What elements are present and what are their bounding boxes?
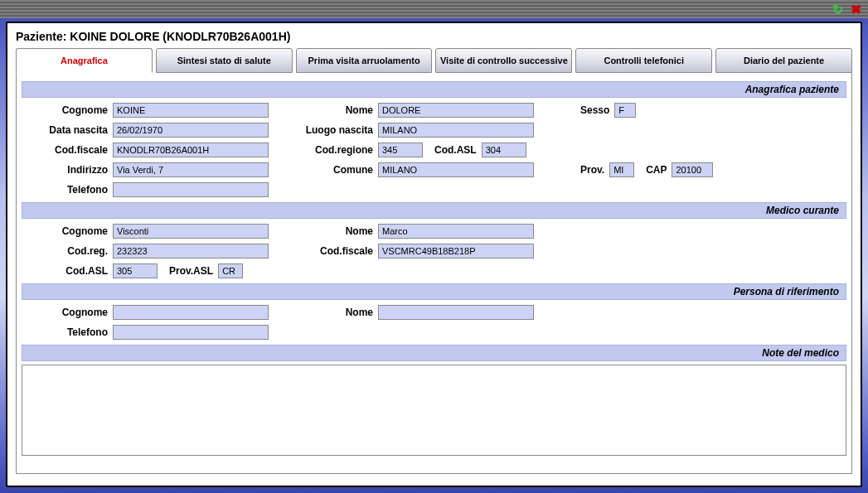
label-luogo-nascita: Luogo nascita	[279, 124, 378, 136]
label-medico-cognome: Cognome	[22, 225, 113, 237]
label-medico-provasl: Prov.ASL	[158, 265, 218, 277]
rif-cognome-input[interactable]	[113, 305, 269, 320]
label-data-nascita: Data nascita	[22, 124, 113, 136]
label-medico-nome: Nome	[279, 225, 378, 237]
label-rif-telefono: Telefono	[22, 326, 113, 338]
tab-panel: Anagrafica paziente Cognome Nome Sesso D…	[16, 73, 852, 474]
note-textarea[interactable]	[22, 365, 846, 456]
patient-header: Paziente: KOINE DOLORE (KNODLR70B26A001H…	[16, 30, 852, 43]
tab-strip: Anagrafica Sintesi stato di salute Prima…	[16, 48, 852, 73]
label-medico-codasl: Cod.ASL	[22, 265, 113, 277]
tab-diario[interactable]: Diario del paziente	[715, 48, 852, 73]
label-medico-codreg: Cod.reg.	[22, 245, 113, 257]
rif-nome-input[interactable]	[378, 305, 534, 320]
section-medico-curante: Medico curante	[22, 202, 846, 219]
label-telefono: Telefono	[22, 184, 113, 196]
label-cod-fiscale: Cod.fiscale	[22, 144, 113, 156]
medico-codasl-input[interactable]	[113, 263, 158, 278]
section-note-medico: Note del medico	[22, 345, 846, 361]
medico-cognome-input[interactable]	[113, 224, 269, 239]
paziente-codasl-input[interactable]	[482, 143, 526, 157]
section-anagrafica-paziente: Anagrafica paziente	[22, 81, 846, 98]
label-cognome: Cognome	[22, 104, 113, 116]
medico-codreg-input[interactable]	[113, 244, 269, 259]
label-indirizzo: Indirizzo	[22, 164, 113, 176]
titlebar: ↻ ✖	[0, 0, 868, 18]
medico-nome-input[interactable]	[378, 224, 534, 239]
tab-prima-visita[interactable]: Prima visita arruolamento	[296, 48, 433, 73]
close-icon[interactable]: ✖	[848, 2, 863, 17]
label-prov: Prov.	[569, 164, 609, 176]
medico-provasl-input[interactable]	[218, 263, 243, 278]
paziente-cap-input[interactable]	[672, 162, 713, 177]
section-persona-riferimento: Persona di riferimento	[22, 283, 846, 300]
paziente-codregione-input[interactable]	[378, 143, 423, 157]
medico-codfiscale-input[interactable]	[378, 244, 534, 259]
tab-visite-controllo[interactable]: Visite di controllo successive	[435, 48, 572, 73]
paziente-data-nascita-input[interactable]	[113, 123, 269, 138]
label-sesso: Sesso	[569, 104, 614, 116]
paziente-luogo-nascita-input[interactable]	[378, 123, 534, 138]
label-rif-nome: Nome	[279, 307, 378, 318]
label-comune: Comune	[279, 164, 378, 176]
paziente-codfiscale-input[interactable]	[113, 143, 269, 157]
refresh-icon[interactable]: ↻	[830, 2, 845, 17]
label-medico-codfiscale: Cod.fiscale	[279, 245, 378, 257]
tab-sintesi[interactable]: Sintesi stato di salute	[156, 48, 293, 73]
label-cod-regione: Cod.regione	[279, 144, 378, 156]
paziente-telefono-input[interactable]	[113, 182, 269, 197]
main-window: Paziente: KOINE DOLORE (KNODLR70B26A001H…	[6, 22, 862, 487]
tab-controlli-telefonici[interactable]: Controlli telefonici	[575, 48, 712, 73]
paziente-sesso-input[interactable]	[614, 103, 636, 118]
paziente-nome-input[interactable]	[378, 103, 534, 118]
paziente-prov-input[interactable]	[609, 162, 634, 177]
label-cod-asl: Cod.ASL	[423, 144, 482, 156]
paziente-indirizzo-input[interactable]	[113, 162, 269, 177]
rif-telefono-input[interactable]	[113, 325, 269, 340]
tab-anagrafica[interactable]: Anagrafica	[16, 48, 153, 73]
label-cap: CAP	[634, 164, 672, 176]
label-nome: Nome	[279, 104, 378, 116]
label-rif-cognome: Cognome	[22, 307, 113, 318]
paziente-cognome-input[interactable]	[113, 103, 269, 118]
paziente-comune-input[interactable]	[378, 162, 534, 177]
